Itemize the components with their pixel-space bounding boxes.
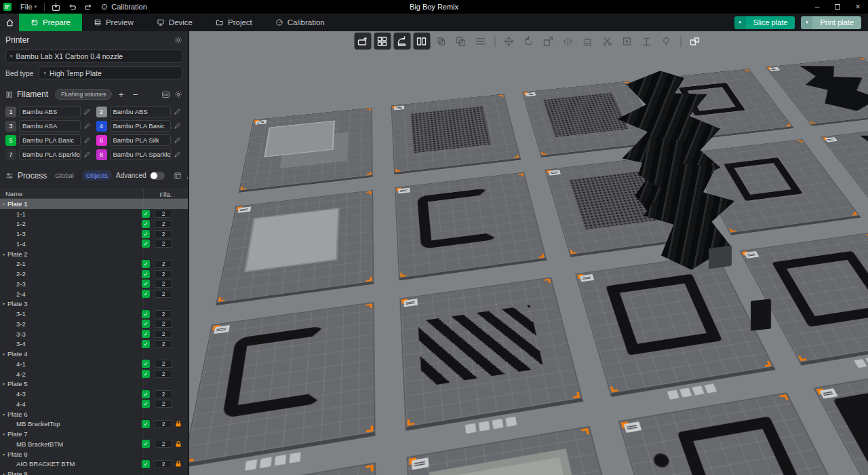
print-options-caret-icon[interactable]: ▾ bbox=[801, 16, 812, 29]
plate-row[interactable]: ▾Plate 8 bbox=[0, 449, 188, 459]
collapse-caret-icon[interactable]: ▾ bbox=[0, 472, 7, 475]
maximize-button[interactable] bbox=[827, 0, 848, 14]
slice-options-caret-icon[interactable]: ▾ bbox=[734, 16, 746, 29]
printed-part[interactable] bbox=[430, 449, 596, 475]
printed-part[interactable] bbox=[652, 453, 671, 469]
object-row[interactable]: 2-2✓2 bbox=[0, 269, 188, 279]
build-plate[interactable] bbox=[239, 107, 373, 192]
edit-filament-icon[interactable] bbox=[174, 122, 182, 130]
filament-name-dropdown[interactable]: Bambu PLA Sparkle bbox=[110, 149, 172, 160]
cut-icon[interactable] bbox=[599, 33, 616, 50]
export-icon[interactable] bbox=[47, 0, 64, 14]
plate-lock-icon[interactable] bbox=[274, 455, 286, 466]
build-plate[interactable] bbox=[189, 302, 376, 468]
build-plate[interactable] bbox=[407, 426, 638, 475]
print-enable-checkbox[interactable]: ✓ bbox=[142, 230, 150, 238]
printed-part[interactable] bbox=[833, 379, 868, 475]
slice-plate-button[interactable]: ▾ Slice plate bbox=[734, 16, 795, 29]
loose-part[interactable] bbox=[751, 299, 771, 330]
object-row[interactable]: 4-3✓2 bbox=[0, 389, 188, 399]
filament-name-dropdown[interactable]: Bambu ASA bbox=[19, 120, 81, 132]
advanced-toggle[interactable] bbox=[150, 172, 165, 180]
add-filament-button[interactable]: + bbox=[116, 90, 126, 99]
edit-filament-icon[interactable] bbox=[83, 136, 92, 144]
printed-part[interactable] bbox=[724, 157, 802, 201]
remove-filament-button[interactable]: − bbox=[130, 90, 140, 99]
plate-row[interactable]: ▾Plate 3 bbox=[0, 299, 188, 309]
edit-filament-icon[interactable] bbox=[174, 151, 182, 158]
print-enable-checkbox[interactable]: ✓ bbox=[142, 440, 150, 448]
plate-row[interactable]: ▾Plate 6 bbox=[0, 409, 188, 419]
collapse-caret-icon[interactable]: ▾ bbox=[0, 352, 7, 356]
rotate-icon[interactable] bbox=[520, 33, 537, 50]
close-button[interactable]: × bbox=[848, 0, 868, 14]
print-enable-checkbox[interactable]: ✓ bbox=[142, 320, 150, 328]
undo-icon[interactable] bbox=[64, 0, 80, 14]
filament-assign-dropdown[interactable]: 2 bbox=[155, 390, 172, 398]
variable-layer-height-icon[interactable] bbox=[472, 33, 489, 50]
collapse-caret-icon[interactable]: ▾ bbox=[0, 252, 7, 256]
object-row[interactable]: 4-1✓2 bbox=[0, 359, 188, 369]
print-enable-checkbox[interactable]: ✓ bbox=[142, 340, 150, 348]
object-row[interactable]: 3-2✓2 bbox=[0, 319, 188, 329]
printed-part[interactable] bbox=[222, 326, 325, 419]
plate-delete-icon[interactable] bbox=[289, 452, 300, 463]
object-row[interactable]: 2-1✓2 bbox=[0, 259, 188, 269]
edit-filament-icon[interactable] bbox=[83, 108, 92, 115]
support-painting-icon[interactable] bbox=[638, 33, 655, 50]
parameter-table-icon[interactable] bbox=[174, 172, 182, 180]
filament-color-badge[interactable]: 2 bbox=[96, 107, 107, 117]
scope-objects-tab[interactable]: Objects bbox=[82, 170, 112, 180]
print-enable-checkbox[interactable]: ✓ bbox=[142, 360, 150, 368]
split-to-objects-icon[interactable] bbox=[413, 33, 430, 50]
plate-settings-icon[interactable] bbox=[667, 390, 679, 400]
filament-assign-dropdown[interactable]: 2 bbox=[155, 270, 172, 278]
filament-assign-dropdown[interactable]: 2 bbox=[155, 280, 172, 288]
filament-assign-dropdown[interactable]: 2 bbox=[155, 370, 172, 378]
filament-name-dropdown[interactable]: Bambu ABS bbox=[110, 106, 172, 117]
build-plate[interactable] bbox=[216, 190, 374, 305]
merge-objects-icon[interactable] bbox=[433, 33, 450, 50]
plate-row[interactable]: ▾Plate 4 bbox=[0, 349, 188, 359]
printed-part[interactable] bbox=[418, 305, 543, 387]
filament-color-badge[interactable]: 6 bbox=[96, 135, 107, 146]
printed-part[interactable] bbox=[677, 417, 818, 475]
object-row[interactable]: 1-1✓2 bbox=[0, 209, 188, 219]
edit-filament-icon[interactable] bbox=[174, 108, 182, 115]
print-enable-checkbox[interactable]: ✓ bbox=[142, 240, 150, 248]
build-plate[interactable] bbox=[399, 277, 583, 431]
printed-part[interactable] bbox=[787, 61, 868, 115]
plate-row[interactable]: ▾Plate 9 bbox=[0, 469, 188, 475]
printed-part[interactable] bbox=[846, 129, 868, 199]
printed-part[interactable] bbox=[417, 188, 498, 249]
filament-assign-dropdown[interactable]: 2 bbox=[155, 340, 172, 348]
object-row[interactable]: MB BracketBTM✓2 bbox=[0, 439, 188, 449]
print-enable-checkbox[interactable]: ✓ bbox=[142, 290, 150, 298]
filament-name-dropdown[interactable]: Bambu PLA Silk bbox=[110, 134, 172, 146]
plate-row[interactable]: ▾Plate 1 bbox=[0, 199, 188, 209]
build-plate[interactable] bbox=[391, 94, 521, 174]
plate-settings-icon[interactable] bbox=[465, 423, 476, 434]
plate-action-icons[interactable] bbox=[667, 384, 717, 400]
plate-delete-icon[interactable] bbox=[505, 417, 517, 427]
print-enable-checkbox[interactable]: ✓ bbox=[142, 420, 150, 428]
add-plate-icon[interactable] bbox=[354, 33, 371, 50]
plate-action-icons[interactable] bbox=[244, 452, 300, 470]
filament-assign-dropdown[interactable]: 2 bbox=[155, 330, 172, 338]
print-enable-checkbox[interactable]: ✓ bbox=[142, 400, 150, 408]
printed-part[interactable] bbox=[543, 92, 629, 137]
filament-assign-dropdown[interactable]: 2 bbox=[155, 360, 172, 368]
assembly-view-icon[interactable] bbox=[686, 33, 703, 50]
edit-filament-icon[interactable] bbox=[174, 136, 182, 144]
filament-color-badge[interactable]: 1 bbox=[5, 107, 16, 117]
auto-orient-icon[interactable] bbox=[393, 33, 410, 50]
collapse-caret-icon[interactable]: ▾ bbox=[0, 412, 7, 417]
filament-assign-dropdown[interactable]: 2 bbox=[155, 240, 172, 248]
printed-part[interactable] bbox=[411, 106, 492, 153]
print-enable-checkbox[interactable]: ✓ bbox=[142, 370, 150, 378]
build-plate[interactable] bbox=[813, 361, 868, 475]
loose-part[interactable] bbox=[709, 246, 732, 269]
plate-row[interactable]: ▾Plate 7 bbox=[0, 429, 188, 439]
home-button[interactable] bbox=[0, 14, 19, 31]
object-row[interactable]: 4-4✓2 bbox=[0, 399, 188, 409]
